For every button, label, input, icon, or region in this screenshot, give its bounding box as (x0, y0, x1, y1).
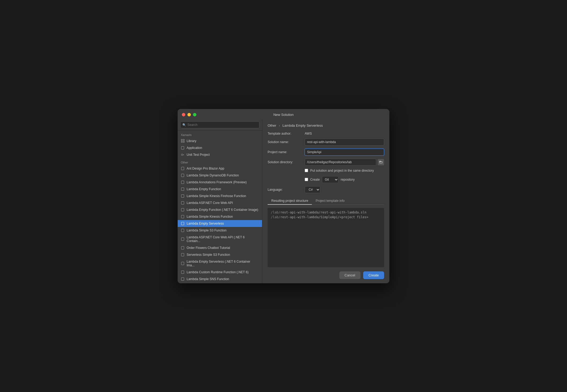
svg-rect-12 (181, 194, 184, 197)
sidebar-item-lambda-empty-net6[interactable]: Lambda Empty Function (.NET 6 Container … (178, 206, 262, 213)
search-icon: 🔍 (182, 123, 186, 126)
structure-line-1: /lab/rest-api-with-lambda/rest-api-with-… (271, 211, 381, 214)
svg-rect-16 (181, 222, 184, 225)
breadcrumb-separator: › (279, 124, 280, 127)
doc-icon (181, 146, 184, 150)
tab-template-info[interactable]: Project template info (312, 197, 348, 205)
solution-dir-input[interactable] (305, 159, 376, 166)
search-box: 🔍 (178, 119, 262, 131)
git-checkbox-row: Create Git SVN None repository (305, 176, 355, 183)
svg-rect-20 (181, 253, 184, 256)
sidebar-item-lambda-giraffe[interactable]: Lambda Giraffe Web App (178, 282, 262, 283)
sidebar-item-kinesis-firehose[interactable]: Lambda Simple Kinesis Firehose Function (178, 193, 262, 199)
sidebar-item-kinesis[interactable]: Lambda Simple Kinesis Function (178, 213, 262, 220)
project-name-label: Project name: (268, 150, 305, 154)
template-author-value: AWS (305, 132, 312, 135)
git-select[interactable]: Git SVN None (322, 176, 339, 183)
other-section-header: Other (178, 158, 262, 165)
right-panel: Other › Lambda Empty Serverless Template… (262, 119, 389, 283)
project-name-input[interactable] (305, 149, 384, 156)
same-dir-checkbox[interactable] (305, 169, 308, 172)
create-git-checkbox[interactable] (305, 178, 308, 181)
svg-rect-22 (181, 271, 184, 274)
sidebar-item-order-flowers[interactable]: Order Flowers Chatbot Tutorial (178, 244, 262, 251)
left-panel: 🔍 Xamarin Library (178, 119, 262, 283)
content-area: 🔍 Xamarin Library (178, 119, 389, 283)
doc-icon-15 (181, 270, 184, 274)
maximize-button[interactable] (193, 113, 196, 116)
svg-rect-21 (181, 262, 184, 265)
structure-path-2: rest-api-with-lambda/SimpleApi/<project … (280, 215, 368, 219)
sidebar-item-unit-test[interactable]: Unit Test Project (178, 151, 262, 158)
structure-prefix-1: /lab/ (271, 211, 280, 214)
doc-icon-13 (181, 253, 184, 257)
browse-button[interactable] (378, 159, 384, 165)
repository-label: repository (341, 178, 355, 181)
search-input[interactable] (180, 121, 259, 128)
svg-rect-15 (181, 215, 184, 218)
svg-point-5 (181, 154, 183, 156)
sidebar-item-custom-runtime[interactable]: Lambda Custom Runtime Function (.NET 6) (178, 269, 262, 276)
sidebar-item-lambda-empty-serverless-net6[interactable]: Lambda Empty Serverless (.NET 6 Containe… (178, 258, 262, 269)
create-label: Create (310, 178, 320, 181)
grid-icon (181, 139, 184, 143)
doc-icon-16 (181, 277, 184, 281)
unit-test-label: Unit Test Project (187, 153, 210, 157)
sidebar-item-lambda-dynamodb[interactable]: Lambda Simple DynamoDB Function (178, 172, 262, 179)
sidebar-item-lambda-empty-serverless[interactable]: Lambda Empty Serverless (178, 220, 262, 227)
template-list: Xamarin Library (178, 131, 262, 283)
breadcrumb-end: Lambda Empty Serverless (282, 124, 323, 127)
sidebar-item-aspnet-web-api[interactable]: Lambda ASP.NET Core Web API (178, 199, 262, 206)
solution-name-label: Solution name: (268, 140, 305, 144)
key-icon (181, 153, 184, 157)
doc-icon-5 (181, 194, 184, 198)
sidebar-item-application[interactable]: Application (178, 144, 262, 151)
doc-icon-4 (181, 187, 184, 191)
solution-dir-label: Solution directory: (268, 160, 305, 164)
new-solution-window: New Solution 🔍 Xamarin (178, 109, 389, 283)
same-dir-row: Put solution and project in the same dir… (305, 169, 384, 175)
cancel-button[interactable]: Cancel (339, 271, 361, 279)
svg-rect-0 (181, 139, 182, 140)
tabs-bar: Resulting project structure Project temp… (268, 197, 384, 205)
git-row: Create Git SVN None repository (305, 176, 384, 183)
sidebar-item-ant-design[interactable]: Ant Design Pro Blazor App (178, 165, 262, 172)
sidebar-item-library[interactable]: Library (178, 138, 262, 144)
breadcrumb-start: Other (268, 124, 276, 127)
traffic-lights (182, 113, 196, 116)
solution-dir-row: Solution directory: (268, 159, 384, 166)
sidebar-item-lambda-annotations[interactable]: Lambda Annotations Framework (Preview) (178, 179, 262, 186)
sidebar-item-serverless-s3[interactable]: Serverless Simple S3 Function (178, 251, 262, 258)
template-author-row: Template author: AWS (268, 132, 384, 135)
solution-name-input[interactable] (305, 139, 384, 145)
minimize-button[interactable] (187, 113, 191, 116)
language-select[interactable]: C# F# VB (305, 186, 320, 193)
same-dir-label: Put solution and project in the same dir… (310, 169, 374, 172)
doc-icon-3 (181, 180, 184, 184)
svg-rect-9 (181, 174, 184, 177)
svg-rect-10 (181, 181, 184, 184)
sidebar-item-lambda-empty[interactable]: Lambda Empty Function (178, 186, 262, 193)
close-button[interactable] (182, 113, 185, 116)
svg-rect-4 (181, 146, 184, 149)
structure-line-2: /lab/rest-api-with-lambda/SimpleApi/<pro… (271, 215, 381, 219)
tab-project-structure[interactable]: Resulting project structure (268, 197, 312, 205)
library-label: Library (187, 139, 196, 143)
doc-icon-11 (181, 237, 184, 241)
sidebar-item-lambda-sns[interactable]: Lambda Simple SNS Function (178, 276, 262, 282)
breadcrumb: Other › Lambda Empty Serverless (268, 124, 384, 127)
template-author-label: Template author: (268, 132, 305, 135)
svg-rect-3 (183, 141, 184, 142)
language-label: Language: (268, 188, 305, 192)
sidebar-item-lambda-s3[interactable]: Lambda Simple S3 Function (178, 227, 262, 234)
doc-icon-9 (181, 222, 184, 225)
svg-rect-13 (181, 201, 184, 204)
doc-icon-10 (181, 229, 184, 232)
svg-rect-8 (181, 167, 184, 170)
svg-rect-1 (183, 139, 184, 140)
create-button[interactable]: Create (363, 271, 384, 279)
doc-icon-6 (181, 201, 184, 205)
sidebar-item-aspnet-net6[interactable]: Lambda ASP.NET Core Web API (.NET 6 Cont… (178, 234, 262, 244)
svg-rect-2 (181, 141, 182, 142)
doc-icon-8 (181, 215, 184, 218)
